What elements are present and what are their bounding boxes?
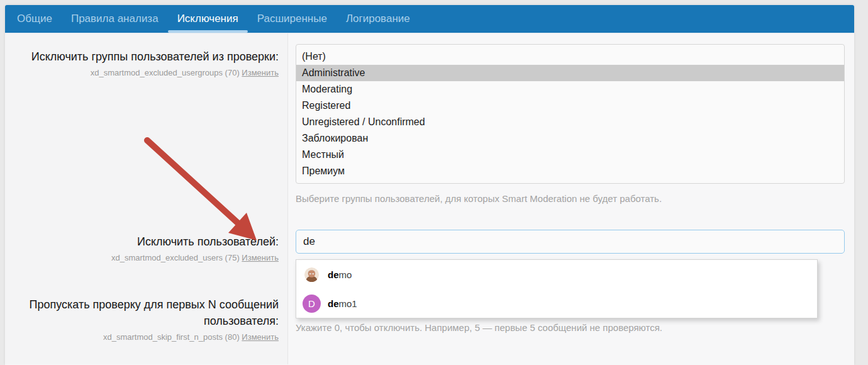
usergroups-edit-link[interactable]: Изменить <box>242 68 279 77</box>
tab-content-exclusions: Исключить группы пользователей из провер… <box>5 33 854 364</box>
tab-general[interactable]: Общие <box>10 5 59 33</box>
tab-logging[interactable]: Логирование <box>339 5 417 33</box>
skip-first-edit-link[interactable]: Изменить <box>242 332 279 342</box>
usergroup-option-administrative[interactable]: Administrative <box>296 65 844 81</box>
suggestion-username: demo1 <box>328 298 357 309</box>
excluded-users-input[interactable] <box>296 230 845 254</box>
photo-avatar-icon <box>304 267 319 282</box>
settings-panel: Общие Правила анализа Исключения Расшире… <box>5 5 854 365</box>
skip-first-label-block: Пропускать проверку для первых N сообщен… <box>11 296 279 342</box>
usergroup-option-unregistered[interactable]: Unregistered / Unconfirmed <box>296 114 844 130</box>
usergroups-help-text: Выберите группы пользователей, для котор… <box>296 193 662 205</box>
skip-first-option-id: xd_smartmod_skip_first_n_posts (80) Изме… <box>11 332 279 342</box>
user-avatar <box>303 267 321 282</box>
suggestion-demo1[interactable]: D demo1 <box>296 289 817 318</box>
suggestion-username: demo <box>328 269 352 280</box>
usergroup-option-banned[interactable]: Заблокирован <box>296 130 844 147</box>
usergroup-option-registered[interactable]: Registered <box>296 98 844 114</box>
users-label-block: Исключить пользователей: xd_smartmod_exc… <box>11 233 279 262</box>
usergroup-option-premium[interactable]: Премиум <box>296 163 844 179</box>
usergroups-label-block: Исключить группы пользователей из провер… <box>11 48 279 77</box>
usergroups-option-id: xd_smartmod_excluded_usergroups (70) Изм… <box>11 68 279 77</box>
skip-first-label: Пропускать проверку для первых N сообщен… <box>11 296 279 329</box>
tab-bar: Общие Правила анализа Исключения Расшире… <box>5 5 854 33</box>
usergroups-label: Исключить группы пользователей из провер… <box>11 48 279 65</box>
column-divider <box>287 33 288 364</box>
users-option-id: xd_smartmod_excluded_users (75) Изменить <box>11 253 279 262</box>
tab-analysis-rules[interactable]: Правила анализа <box>64 5 165 33</box>
letter-avatar: D <box>303 295 321 313</box>
users-edit-link[interactable]: Изменить <box>242 253 279 262</box>
usergroup-option-none[interactable]: (Нет) <box>296 48 844 65</box>
users-label: Исключить пользователей: <box>11 233 279 250</box>
tab-exclusions[interactable]: Исключения <box>170 5 245 33</box>
skip-first-help-text: Укажите 0, чтобы отключить. Например, 5 … <box>296 322 662 334</box>
tab-advanced[interactable]: Расширенные <box>250 5 334 33</box>
user-avatar: D <box>303 295 321 313</box>
usergroup-option-local[interactable]: Местный <box>296 147 844 163</box>
usergroup-option-moderating[interactable]: Moderating <box>296 81 844 98</box>
usergroups-multiselect[interactable]: (Нет) Administrative Moderating Register… <box>296 44 845 184</box>
user-autocomplete-dropdown: demo D demo1 <box>296 259 818 318</box>
suggestion-demo[interactable]: demo <box>296 260 817 289</box>
